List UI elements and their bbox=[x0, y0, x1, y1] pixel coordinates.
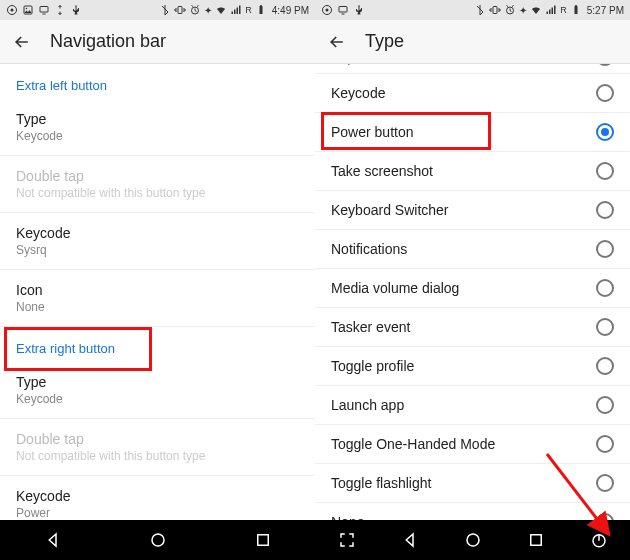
row-icon-left[interactable]: Icon None bbox=[0, 270, 315, 327]
nav-home-button[interactable] bbox=[461, 528, 485, 552]
radio-icon bbox=[596, 279, 614, 297]
type-option[interactable]: None bbox=[315, 503, 630, 520]
option-label: Take screenshot bbox=[331, 163, 596, 179]
nav-home-button[interactable] bbox=[146, 528, 170, 552]
arrow-left-icon bbox=[327, 32, 347, 52]
svg-rect-17 bbox=[575, 5, 577, 6]
clock: 4:49 PM bbox=[272, 5, 309, 16]
app-bar: Type bbox=[315, 20, 630, 64]
usb-icon bbox=[353, 4, 365, 16]
usb-icon bbox=[70, 4, 82, 16]
radio-icon bbox=[596, 474, 614, 492]
row-title: Icon bbox=[16, 282, 299, 298]
signal-icon bbox=[545, 4, 557, 16]
triangle-back-icon bbox=[401, 531, 419, 549]
nav-recent-button[interactable] bbox=[524, 528, 548, 552]
nav-extra-right-button[interactable] bbox=[587, 528, 611, 552]
status-right-icons: ✦ R 5:27 PM bbox=[474, 4, 624, 16]
radio-icon bbox=[596, 201, 614, 219]
wifi-icon bbox=[530, 4, 542, 16]
bluetooth-icon bbox=[159, 4, 171, 16]
settings-list: Extra left button Type Keycode Double ta… bbox=[0, 64, 315, 520]
row-type-right[interactable]: Type Keycode bbox=[0, 362, 315, 419]
row-title: Type bbox=[16, 374, 299, 390]
option-label: Toggle flashlight bbox=[331, 475, 596, 491]
svg-point-9 bbox=[152, 534, 164, 546]
nav-back-button[interactable] bbox=[41, 528, 65, 552]
svg-point-18 bbox=[467, 534, 479, 546]
row-title: Double tap bbox=[16, 168, 299, 184]
svg-rect-13 bbox=[339, 7, 347, 13]
back-button[interactable] bbox=[327, 32, 347, 52]
nav-bar bbox=[0, 520, 315, 560]
target-icon bbox=[6, 4, 18, 16]
option-label: Clipboard bbox=[331, 64, 596, 65]
type-option[interactable]: Toggle One-Handed Mode bbox=[315, 425, 630, 464]
vibrate-icon bbox=[489, 4, 501, 16]
signal-label: R bbox=[560, 5, 567, 15]
right-screenshot: ✦ R 5:27 PM Type ClipboardKeycodePower b… bbox=[315, 0, 630, 560]
type-option[interactable]: Clipboard bbox=[315, 64, 630, 74]
radio-icon bbox=[596, 64, 614, 66]
vibrate-icon bbox=[174, 4, 186, 16]
type-options-list[interactable]: ClipboardKeycodePower buttonTake screens… bbox=[315, 64, 630, 520]
row-keycode-left[interactable]: Keycode Sysrq bbox=[0, 213, 315, 270]
type-option[interactable]: Keyboard Switcher bbox=[315, 191, 630, 230]
type-option[interactable]: Media volume dialog bbox=[315, 269, 630, 308]
alarm-icon bbox=[189, 4, 201, 16]
row-keycode-right[interactable]: Keycode Power bbox=[0, 476, 315, 520]
type-option[interactable]: Toggle profile bbox=[315, 347, 630, 386]
row-subtitle: Keycode bbox=[16, 129, 299, 143]
svg-rect-7 bbox=[259, 6, 262, 14]
monitor-icon bbox=[337, 4, 349, 16]
type-option[interactable]: Launch app bbox=[315, 386, 630, 425]
svg-rect-16 bbox=[574, 6, 577, 14]
svg-point-3 bbox=[26, 8, 28, 10]
svg-point-12 bbox=[326, 9, 329, 12]
signal-label: R bbox=[245, 5, 252, 15]
radio-icon bbox=[596, 162, 614, 180]
row-type-left[interactable]: Type Keycode bbox=[0, 99, 315, 156]
row-doubletap-left: Double tap Not compatible with this butt… bbox=[0, 156, 315, 213]
row-subtitle: Keycode bbox=[16, 392, 299, 406]
clock: 5:27 PM bbox=[587, 5, 624, 16]
option-label: Launch app bbox=[331, 397, 596, 413]
svg-rect-4 bbox=[40, 7, 48, 13]
radio-icon bbox=[596, 318, 614, 336]
row-doubletap-right: Double tap Not compatible with this butt… bbox=[0, 419, 315, 476]
radio-icon bbox=[596, 240, 614, 258]
nav-recent-button[interactable] bbox=[251, 528, 275, 552]
back-button[interactable] bbox=[12, 32, 32, 52]
status-left-icons bbox=[321, 4, 365, 16]
circle-home-icon bbox=[149, 531, 167, 549]
type-option[interactable]: Tasker event bbox=[315, 308, 630, 347]
type-option[interactable]: Take screenshot bbox=[315, 152, 630, 191]
svg-point-1 bbox=[11, 9, 14, 12]
row-subtitle: Not compatible with this button type bbox=[16, 186, 299, 200]
row-title: Double tap bbox=[16, 431, 299, 447]
option-label: Tasker event bbox=[331, 319, 596, 335]
signal-icon bbox=[230, 4, 242, 16]
svg-rect-8 bbox=[260, 5, 262, 6]
wifi-icon bbox=[215, 4, 227, 16]
circle-home-icon bbox=[464, 531, 482, 549]
battery-icon bbox=[255, 4, 267, 16]
radio-icon bbox=[596, 84, 614, 102]
type-option[interactable]: Keycode bbox=[315, 74, 630, 113]
row-subtitle: Not compatible with this button type bbox=[16, 449, 299, 463]
nav-back-button[interactable] bbox=[398, 528, 422, 552]
radio-icon bbox=[596, 357, 614, 375]
battery-icon bbox=[570, 4, 582, 16]
type-option[interactable]: Notifications bbox=[315, 230, 630, 269]
sync-icon bbox=[54, 4, 66, 16]
type-option[interactable]: Toggle flashlight bbox=[315, 464, 630, 503]
status-bar: ✦ R 4:49 PM bbox=[0, 0, 315, 20]
svg-rect-14 bbox=[493, 7, 497, 14]
monitor-icon bbox=[38, 4, 50, 16]
type-option[interactable]: Power button bbox=[315, 113, 630, 152]
triangle-back-icon bbox=[44, 531, 62, 549]
nav-extra-left-button[interactable] bbox=[335, 528, 359, 552]
option-label: Notifications bbox=[331, 241, 596, 257]
alarm-icon bbox=[504, 4, 516, 16]
option-label: Keycode bbox=[331, 85, 596, 101]
